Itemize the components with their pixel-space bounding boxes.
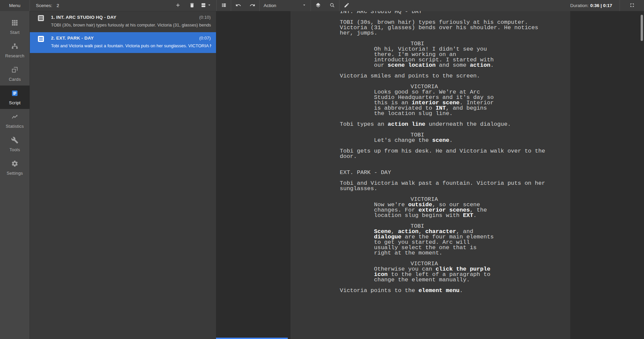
- search-icon: [329, 2, 335, 9]
- menu-button-label: Menu: [9, 3, 20, 8]
- script-line: door.: [340, 154, 558, 159]
- scenes-label: Scenes:: [36, 3, 52, 8]
- scene-title: 1. INT. ARC STUDIO HQ - DAY: [51, 15, 116, 20]
- menu-button[interactable]: Menu: [0, 0, 30, 11]
- scenes-toolbar-section: Scenes: 2: [30, 0, 216, 11]
- redo-button[interactable]: [245, 0, 259, 11]
- sidebar-item-label: Script: [9, 100, 20, 105]
- trash-icon: [189, 2, 195, 9]
- script-paragraph-heading[interactable]: EXT. PARK - DAY: [340, 170, 558, 175]
- top-toolbar: Menu Scenes: 2 Action Duration: 0:36 | 0…: [0, 0, 644, 11]
- wrench-icon: [11, 136, 18, 145]
- toolbar-spacer: [354, 0, 570, 11]
- script-paragraph-dialogue[interactable]: VICTORIALooks good so far. We're at ArcS…: [340, 84, 558, 116]
- script-line: INT. ARC STUDIO HQ - DAY: [340, 11, 558, 14]
- rows-layout-icon: [201, 2, 206, 9]
- sidebar-item-research[interactable]: Research: [0, 39, 30, 62]
- script-paragraph-dialogue[interactable]: VICTORIAOtherwise you can click the purp…: [340, 261, 558, 283]
- scene-list-panel: 1. INT. ARC STUDIO HQ - DAY(0:10)TOBI (3…: [30, 11, 216, 339]
- sidebar-item-label: Tools: [9, 147, 20, 152]
- script-paragraph-action[interactable]: Tobi and Victoria walk past a fountain. …: [340, 181, 558, 191]
- undo-icon: [235, 2, 241, 9]
- script-line: EXT. PARK - DAY: [340, 170, 558, 175]
- scene-list-item[interactable]: 1. INT. ARC STUDIO HQ - DAY(0:10)TOBI (3…: [30, 11, 216, 32]
- duration-label: Duration:: [570, 3, 589, 8]
- editor-area: INT. ARC STUDIO HQ - DAYTOBI (30s, brown…: [216, 11, 644, 339]
- duration-value: 0:36 | 0:17: [590, 3, 612, 8]
- script-paragraph-action[interactable]: Tobi types an action line underneath the…: [340, 122, 558, 127]
- script-line: Tobi gets up from his desk. He and Victo…: [340, 149, 558, 154]
- sidebar-item-settings[interactable]: Settings: [0, 156, 30, 179]
- redo-icon: [250, 2, 255, 9]
- caret-down-icon: [207, 3, 212, 8]
- sidebar-item-label: Settings: [7, 171, 23, 176]
- script-paragraph-dialogue[interactable]: TOBILet's change the scene.: [340, 132, 558, 143]
- cards-icon: [11, 66, 18, 75]
- script-line: Victoria smiles and points to the screen…: [340, 73, 558, 79]
- script-paragraph-dialogue[interactable]: TOBIOh hi, Victoria! I didn't see youthe…: [340, 41, 558, 68]
- vertical-scrollbar-thumb[interactable]: [641, 15, 643, 41]
- scene-document-icon: [38, 15, 44, 21]
- search-button[interactable]: [325, 0, 339, 11]
- scene-title: 2. EXT. PARK - DAY: [51, 36, 94, 41]
- chart-icon: [11, 113, 18, 122]
- script-line: her, jumps.: [340, 31, 558, 36]
- script-page: INT. ARC STUDIO HQ - DAYTOBI (30s, brown…: [290, 11, 570, 339]
- script-content: INT. ARC STUDIO HQ - DAYTOBI (30s, brown…: [290, 11, 570, 293]
- scene-buttons-container: [171, 0, 213, 11]
- element-type-dropdown[interactable]: Action: [260, 0, 311, 11]
- element-type-value: Action: [264, 3, 276, 8]
- scene-description: Tobi and Victoria walk past a fountain. …: [51, 43, 211, 48]
- sidebar-item-label: Statistics: [6, 124, 24, 129]
- add-scene-button[interactable]: [171, 0, 185, 11]
- scene-description: TOBI (30s, brown hair) types furiously a…: [51, 22, 211, 27]
- fullscreen-icon: [629, 2, 635, 9]
- script-line: Victoria points to the element menu.: [340, 288, 558, 293]
- script-line: our scene location and some action.: [340, 63, 558, 68]
- script-line: right at the moment.: [340, 250, 558, 256]
- document-icon: [11, 90, 18, 98]
- scene-navigator-button[interactable]: [217, 0, 231, 11]
- script-line: location slug begins with EXT.: [340, 213, 558, 218]
- scene-list-item[interactable]: 2. EXT. PARK - DAY(0:07)Tobi and Victori…: [30, 32, 216, 53]
- revisions-button[interactable]: [311, 0, 325, 11]
- layers-icon: [315, 2, 321, 9]
- caret-down-icon: [302, 3, 307, 8]
- duration-display: Duration: 0:36 | 0:17: [570, 0, 620, 11]
- script-paragraph-heading[interactable]: INT. ARC STUDIO HQ - DAY: [340, 11, 558, 14]
- script-line: the location slug line.: [340, 111, 558, 116]
- script-paragraph-dialogue[interactable]: TOBIScene, action, character, anddialogu…: [340, 224, 558, 256]
- sidebar-item-start[interactable]: Start: [0, 15, 30, 39]
- script-paragraph-action[interactable]: Tobi gets up from his desk. He and Victo…: [340, 149, 558, 159]
- sidebar-item-tools[interactable]: Tools: [0, 132, 30, 156]
- grid-icon: [11, 19, 18, 28]
- edit-mode-button[interactable]: [339, 0, 354, 11]
- script-line: Tobi types an action line underneath the…: [340, 122, 558, 127]
- scenes-count: 2: [57, 3, 59, 8]
- script-paragraph-action[interactable]: Victoria smiles and points to the screen…: [340, 73, 558, 79]
- scene-duration: (0:07): [199, 36, 211, 41]
- delete-scene-button[interactable]: [185, 0, 199, 11]
- script-paragraph-dialogue[interactable]: VICTORIANow we're outside, so our scenec…: [340, 197, 558, 218]
- sidebar-item-label: Research: [5, 53, 24, 58]
- pencil-icon: [344, 2, 350, 9]
- plus-icon: [175, 2, 181, 9]
- script-line: sunglasses.: [340, 186, 558, 191]
- sidebar-item-statistics[interactable]: Statistics: [0, 109, 30, 132]
- sidebar: StartResearchCardsScriptStatisticsToolsS…: [0, 11, 30, 339]
- sidebar-item-label: Start: [10, 30, 19, 35]
- script-paragraph-action[interactable]: Victoria points to the element menu.: [340, 288, 558, 293]
- undo-button[interactable]: [231, 0, 245, 11]
- sidebar-item-label: Cards: [9, 77, 21, 82]
- sitemap-icon: [11, 43, 18, 51]
- script-line: Let's change the scene.: [340, 138, 558, 143]
- bottom-scroll-indicator[interactable]: [216, 338, 288, 339]
- view-list-icon: [221, 2, 227, 9]
- script-line: usually select the one that is: [340, 245, 558, 250]
- editor-buttons-container: Action: [217, 0, 354, 11]
- sidebar-item-cards[interactable]: Cards: [0, 62, 30, 86]
- fullscreen-button[interactable]: [620, 0, 644, 11]
- scene-view-mode-button[interactable]: [199, 0, 213, 11]
- script-paragraph-action[interactable]: TOBI (30s, brown hair) types furiously a…: [340, 20, 558, 36]
- sidebar-item-script[interactable]: Script: [0, 86, 30, 109]
